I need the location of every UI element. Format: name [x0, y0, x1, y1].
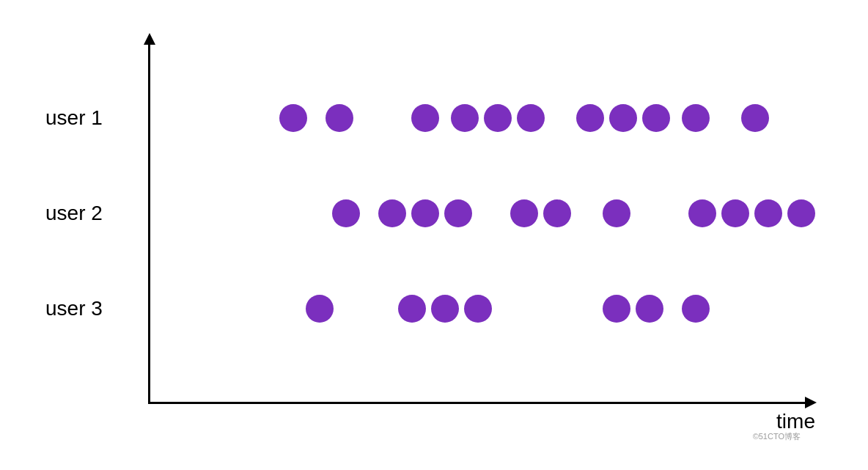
dot-user1-0 [279, 104, 307, 132]
dot-user1-3 [451, 104, 479, 132]
dot-user2-5 [543, 199, 571, 227]
dot-user1-8 [642, 104, 670, 132]
dot-user3-2 [431, 295, 459, 323]
dot-user1-1 [326, 104, 353, 132]
dot-user3-5 [636, 295, 663, 323]
dot-user2-0 [332, 199, 360, 227]
label-user-3: user 3 [45, 297, 103, 320]
dot-user2-10 [787, 199, 815, 227]
dot-user1-5 [517, 104, 545, 132]
dot-user1-10 [741, 104, 769, 132]
x-axis-label: time [776, 410, 815, 433]
dot-user2-6 [603, 199, 630, 227]
chart-container: time ©51CTO博客 user 1user 2user 3 [31, 23, 837, 448]
dot-user2-4 [510, 199, 538, 227]
dot-user2-9 [754, 199, 782, 227]
dot-user1-4 [484, 104, 512, 132]
y-axis-arrow [144, 33, 155, 45]
dot-user2-7 [688, 199, 716, 227]
dot-user3-3 [464, 295, 492, 323]
dot-user1-6 [576, 104, 604, 132]
dot-user3-6 [682, 295, 710, 323]
label-user-1: user 1 [45, 106, 103, 130]
x-axis-arrow [805, 397, 817, 408]
dot-user1-2 [411, 104, 439, 132]
label-user-2: user 2 [45, 202, 103, 225]
watermark: ©51CTO博客 [753, 431, 801, 442]
dot-user3-1 [398, 295, 426, 323]
dot-user2-8 [721, 199, 749, 227]
dot-user3-0 [306, 295, 334, 323]
x-axis [148, 402, 808, 404]
dot-user3-4 [603, 295, 630, 323]
dot-user2-1 [378, 199, 406, 227]
dot-user1-9 [682, 104, 710, 132]
dot-user1-7 [609, 104, 637, 132]
dot-user2-3 [444, 199, 472, 227]
y-axis [148, 37, 150, 404]
dot-user2-2 [411, 199, 439, 227]
